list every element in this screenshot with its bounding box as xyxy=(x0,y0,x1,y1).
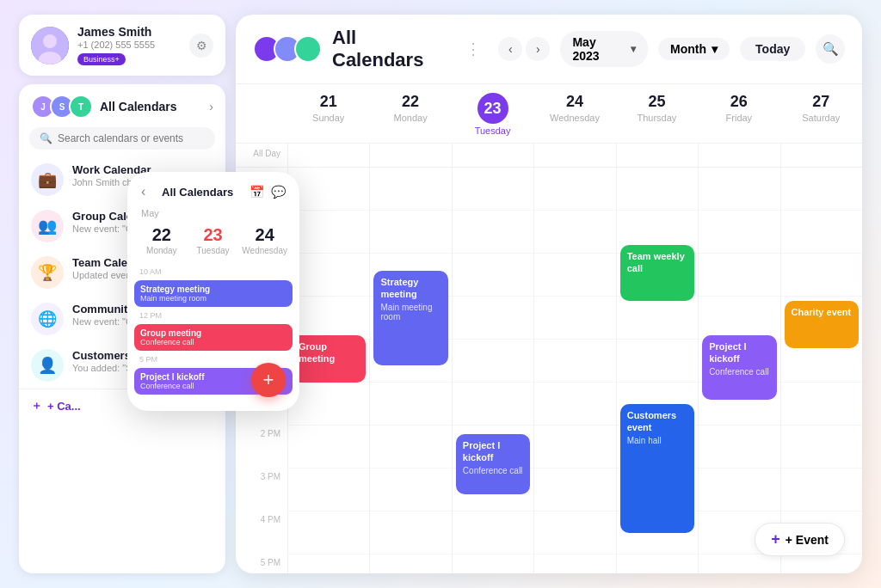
add-event-button[interactable]: + + Event xyxy=(755,523,845,556)
popup-time-label-1: 12 PM xyxy=(134,309,293,322)
hour-line xyxy=(534,554,615,573)
hour-line xyxy=(617,554,698,573)
day-header-3: 24Wednesday xyxy=(533,84,615,143)
day-num-today: 23 xyxy=(477,93,508,124)
day-col-4: Team weekly call Customers event Main ha… xyxy=(616,168,698,573)
hour-line xyxy=(453,554,533,573)
hour-line xyxy=(781,168,862,211)
calendar-event-3[interactable]: Charity event xyxy=(785,301,859,348)
cal-item-avatar: 👤 xyxy=(31,349,64,382)
event-sub: Conference call xyxy=(709,367,769,377)
popup-fab-button[interactable]: + xyxy=(251,363,286,397)
hour-line xyxy=(453,168,533,211)
hour-line xyxy=(699,469,779,511)
day-header-6: 27Saturday xyxy=(780,84,862,143)
calendar-event-6[interactable]: Customers event Main hall xyxy=(620,404,694,533)
time-grid: 8 AM9 AM10 AM11 AM12 PM1 PM2 PM3 PM4 PM5… xyxy=(236,168,862,573)
hour-line xyxy=(453,340,533,383)
hour-line xyxy=(370,211,451,254)
calendar-event-5[interactable]: Project I kickoff Conference call xyxy=(456,434,530,494)
cal-item-avatar: 💼 xyxy=(31,163,64,196)
day-name: Friday xyxy=(701,113,776,123)
nav-arrows: ‹ › xyxy=(498,37,550,61)
popup-event-0[interactable]: Strategy meeting Main meeting room xyxy=(134,280,293,307)
view-selector[interactable]: Month ▾ xyxy=(658,38,730,60)
hour-line xyxy=(288,383,369,426)
cal-item-avatar: 🏆 xyxy=(31,256,64,289)
hour-line xyxy=(781,469,862,511)
calendar-event-0[interactable]: Strategy meeting Main meeting room xyxy=(373,271,447,365)
popup-day-1: 23 Tuesday xyxy=(189,222,237,259)
search-input[interactable] xyxy=(58,132,205,144)
prev-button[interactable]: ‹ xyxy=(498,37,522,61)
event-title: Team weekly call xyxy=(627,250,687,275)
popup-day-num: 22 xyxy=(139,225,184,245)
day-col-2: Project I kickoff Conference call xyxy=(452,168,533,573)
expand-icon[interactable]: › xyxy=(209,100,213,113)
search-box[interactable]: 🔍 xyxy=(29,127,215,150)
event-title: Strategy meeting xyxy=(380,276,440,301)
event-title: Customers event xyxy=(627,409,687,434)
day-name: Sunday xyxy=(291,113,366,123)
hour-line xyxy=(699,297,779,340)
plus-icon: + xyxy=(771,530,780,548)
day-header-1: 22Monday xyxy=(369,84,451,143)
popup-time-label-0: 10 AM xyxy=(134,266,293,278)
calendar-event-4[interactable]: Project I kickoff Conference call xyxy=(702,335,776,400)
hour-line xyxy=(288,168,369,211)
calendar-event-1[interactable]: Group meeting xyxy=(292,335,366,383)
mobile-popup: ‹ All Calendars 📅 💬 May 22 Monday 23 Tue… xyxy=(127,172,299,411)
month-selector[interactable]: May 2023 ▾ xyxy=(560,31,648,67)
popup-event-title: Group meeting xyxy=(140,328,286,338)
cal-item-avatar: 🌐 xyxy=(31,303,64,335)
hour-line xyxy=(370,383,451,426)
profile-card: James Smith +1 (202) 555 5555 Business+ … xyxy=(19,15,225,76)
calendar-event-2[interactable]: Team weekly call xyxy=(620,245,694,301)
event-sub: Main hall xyxy=(627,436,687,445)
day-col-3 xyxy=(533,168,615,573)
popup-back-button[interactable]: ‹ xyxy=(141,184,145,199)
next-button[interactable]: › xyxy=(526,37,550,61)
calendars-header: J S T All Calendars › xyxy=(19,95,225,127)
hour-line xyxy=(453,383,533,426)
main-calendar: All Calendars ⋮ ‹ › May 2023 ▾ Month ▾ T… xyxy=(236,15,862,573)
hour-line xyxy=(617,168,698,211)
cal-item-avatar: 👥 xyxy=(31,210,64,242)
popup-share-icon[interactable]: 💬 xyxy=(271,185,286,199)
day-header-0: 21Sunday xyxy=(287,84,369,143)
hour-line xyxy=(781,554,862,573)
profile-info: James Smith +1 (202) 555 5555 Business+ xyxy=(31,25,155,65)
day-columns: Group meeting Strategy meeting Main meet… xyxy=(287,168,862,573)
event-sub: Main meeting room xyxy=(380,303,440,322)
cal-avatar-3: T xyxy=(69,95,93,119)
calendar-title: All Calendars xyxy=(332,27,452,71)
today-button[interactable]: Today xyxy=(740,37,805,61)
day-name: Monday xyxy=(373,113,447,123)
hour-line xyxy=(699,426,779,469)
more-options-icon[interactable]: ⋮ xyxy=(465,40,481,58)
popup-event-1[interactable]: Group meeting Conference call xyxy=(134,324,293,351)
hour-line xyxy=(370,554,451,573)
all-calendars-title: All Calendars xyxy=(100,100,176,113)
hour-line xyxy=(288,254,369,297)
hour-line xyxy=(534,511,615,554)
popup-header: ‹ All Calendars 📅 💬 xyxy=(127,172,299,208)
calendar-header: All Calendars ⋮ ‹ › May 2023 ▾ Month ▾ T… xyxy=(236,15,862,84)
day-headers-row: 21Sunday22Monday23Tuesday24Wednesday25Th… xyxy=(236,84,862,144)
hour-line xyxy=(288,426,369,469)
hour-line xyxy=(699,554,779,573)
avatar xyxy=(31,27,69,64)
day-header-5: 26Friday xyxy=(698,84,779,143)
header-avatar-3 xyxy=(294,35,322,63)
popup-day-num: 23 xyxy=(191,225,236,245)
hour-line xyxy=(534,297,615,340)
popup-event-sub: Conference call xyxy=(140,338,286,346)
allday-cells xyxy=(287,144,862,167)
day-num: 26 xyxy=(730,93,748,110)
settings-icon[interactable]: ⚙ xyxy=(189,34,213,58)
popup-calendar-icon[interactable]: 📅 xyxy=(250,185,264,199)
day-num: 24 xyxy=(566,93,583,110)
header-search-button[interactable]: 🔍 xyxy=(816,34,845,64)
event-title: Charity event xyxy=(792,306,852,318)
calendar-avatar-group: J S T xyxy=(31,95,93,119)
